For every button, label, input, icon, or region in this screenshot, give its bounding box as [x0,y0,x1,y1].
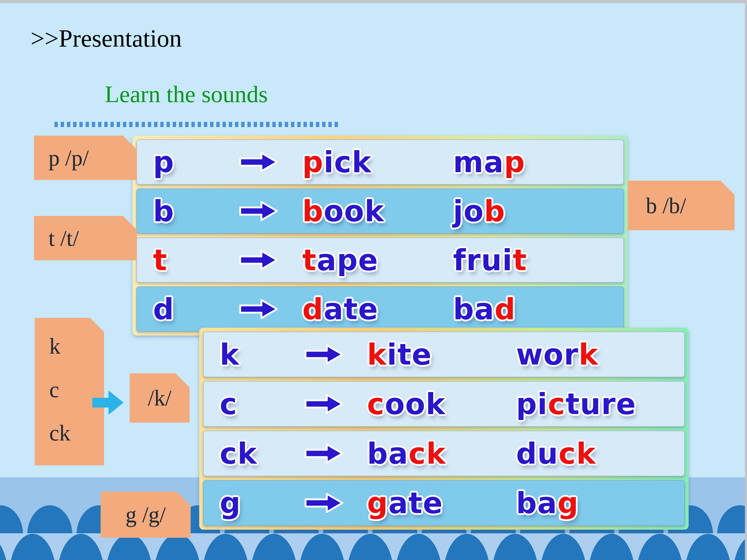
example-word-1: date [303,292,453,326]
example-word-1: cook [367,387,516,421]
example-word-1: book [303,194,453,228]
arrow-cell [305,443,367,464]
label-g-sound: g /g/ [101,491,191,538]
letter-segment: ick [324,145,372,179]
letter-segment: ck [220,436,257,470]
lead-letters: g [204,486,305,520]
sound-row-p: ppickmap [136,139,624,185]
example-word-1: tape [303,243,453,277]
example-word-1: back [367,436,516,470]
example-word-2: picture [516,387,684,421]
arrow-icon [239,200,278,222]
sound-row-d: ddatebad [136,287,624,331]
example-word-2: job [453,194,623,228]
letter-segment: k [220,338,239,371]
letter-segment: k [367,338,387,371]
letter-segment: b [153,194,174,228]
example-word-1: gate [367,486,516,520]
arrow-icon [239,151,278,173]
letter-segment: b [303,194,324,228]
label-line-k: k [49,325,104,368]
letter-segment: g [220,486,241,520]
arrow-icon [239,249,278,271]
letter-segment: ck [559,436,596,470]
example-word-2: work [516,338,684,371]
sound-table-p-b-t-d: ppickmapbbookjobttapefruitddatebad [132,136,628,336]
lead-letters: b [137,194,239,228]
letter-segment: b [484,194,505,228]
letter-segment: t [303,243,317,277]
sound-row-k: kkitework [203,331,685,377]
letter-segment: ba [453,292,495,326]
label-line-ck: ck [49,411,104,455]
letter-segment: ape [317,243,379,277]
arrow-cell [305,393,367,415]
sound-row-b: bbookjob [136,188,624,234]
arrow-cell [239,249,303,271]
letter-segment: t [513,243,527,277]
letter-segment: p [504,145,525,179]
arrow-cell [239,200,303,222]
arrow-icon [305,492,343,514]
letter-segment: ook [324,194,384,228]
sound-table-k-c-ck-g: kkiteworkccookpictureckbackduckggatebag [199,328,689,530]
letter-segment: ma [453,145,504,179]
lead-letters: ck [204,436,305,470]
letter-segment: ba [367,436,409,470]
arrow-cell [305,492,367,514]
lead-letters: k [204,338,305,371]
letter-segment: du [516,436,559,470]
letter-segment: d [153,292,174,326]
arrow-icon [305,443,343,464]
example-word-2: fruit [453,243,623,277]
letter-segment: d [303,292,324,326]
arrow-cell [305,344,367,365]
presentation-slide: >>Presentation Learn the sounds p /p/ t … [0,0,747,560]
page-title: >>Presentation [31,24,182,53]
letter-segment: p [153,145,174,179]
arrow-cell [239,151,303,173]
dotted-underline [54,122,339,127]
window-edge-top [0,0,747,3]
arrow-icon [305,344,343,365]
arrow-icon [305,393,343,415]
label-k-sound: /k/ [130,373,189,423]
arrow-icon [239,298,278,320]
letter-segment: c [548,387,565,421]
letter-segment: t [153,243,168,277]
letter-segment: d [495,292,516,326]
letter-segment: ck [409,436,446,470]
example-word-1: kite [367,338,516,371]
wave-dome [717,505,747,535]
letter-segment: k [579,338,598,371]
example-word-1: pick [303,145,453,179]
wave-dome [27,505,72,535]
lead-letters: c [204,387,305,421]
label-b-sound: b /b/ [628,181,735,230]
wave-dome [0,505,23,535]
letter-segment: c [367,387,385,421]
letter-segment: pi [516,387,548,421]
lead-letters: d [137,292,239,326]
letter-segment: ba [516,486,558,520]
letter-segment: c [220,387,237,421]
section-heading: Learn the sounds [105,80,268,108]
letter-segment: ite [387,338,432,371]
letter-segment: jo [453,194,484,228]
label-p-sound: p /p/ [34,136,137,180]
letter-segment: ture [565,387,636,421]
letter-segment: ate [388,486,443,520]
label-t-sound: t /t/ [34,216,137,260]
label-k-c-ck-group: k c ck [35,318,104,465]
arrow-cell [239,298,303,320]
sound-row-g: ggatebag [203,480,685,526]
example-word-2: map [453,145,623,179]
lead-letters: t [137,243,239,277]
letter-segment: g [367,486,388,520]
example-word-2: bad [453,292,623,326]
sound-row-c: ccookpicture [203,381,685,427]
letter-segment: ook [385,387,445,421]
letter-segment: frui [453,243,513,277]
lead-letters: p [137,145,239,179]
letter-segment: wor [516,338,579,371]
